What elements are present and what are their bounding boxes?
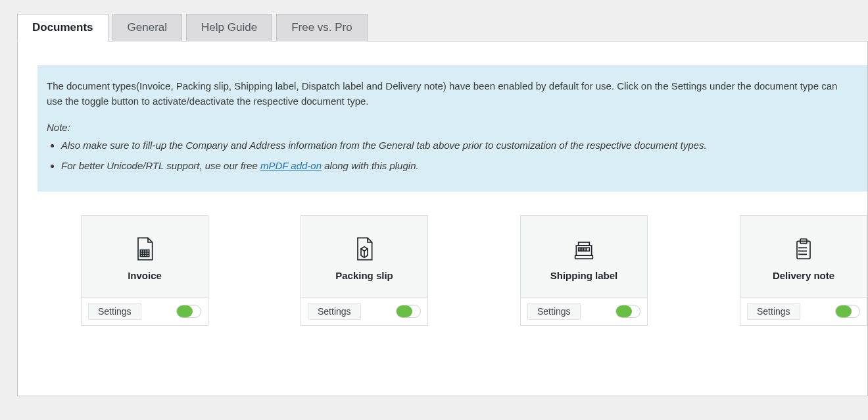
tab-help-guide[interactable]: Help Guide (186, 14, 272, 41)
card-delivery-note-title: Delivery note (773, 270, 834, 281)
info-intro: The document types(Invoice, Packing slip… (47, 78, 853, 109)
toggle-invoice[interactable] (176, 305, 201, 318)
settings-button-shipping-label[interactable]: Settings (527, 303, 581, 320)
note-2-post: along with this plugin. (322, 160, 419, 171)
note-2-pre: For better Unicode/RTL support, use our … (61, 160, 260, 171)
tab-general[interactable]: General (112, 14, 182, 41)
card-invoice-title: Invoice (128, 270, 162, 281)
toggle-packing-slip[interactable] (396, 305, 421, 318)
toggle-shipping-label[interactable] (615, 305, 640, 318)
toggle-delivery-note[interactable] (835, 305, 860, 318)
shipping-label-icon (571, 236, 597, 262)
tab-documents[interactable]: Documents (17, 14, 108, 41)
card-shipping-label-title: Shipping label (550, 270, 618, 281)
card-shipping-label: Shipping label Settings (520, 215, 648, 326)
settings-button-delivery-note[interactable]: Settings (747, 303, 800, 320)
settings-button-invoice[interactable]: Settings (88, 303, 141, 320)
note-label: Note: (47, 120, 853, 135)
invoice-icon (132, 236, 158, 262)
card-packing-slip: Packing slip Settings (301, 215, 428, 326)
svg-rect-2 (579, 242, 590, 246)
document-cards: Invoice Settings (37, 215, 867, 326)
card-delivery-note: Delivery note Settings (740, 215, 867, 326)
delivery-note-icon (790, 236, 817, 262)
note-item-1: Also make sure to fill-up the Company an… (61, 138, 853, 153)
card-invoice: Invoice Settings (81, 215, 208, 326)
tab-free-vs-pro[interactable]: Free vs. Pro (276, 14, 368, 41)
packing-slip-icon (351, 236, 377, 262)
mpdf-addon-link[interactable]: mPDF add-on (260, 160, 322, 171)
settings-button-packing-slip[interactable]: Settings (308, 303, 361, 320)
tab-bar: Documents General Help Guide Free vs. Pr… (17, 13, 868, 41)
info-box: The document types(Invoice, Packing slip… (37, 65, 867, 192)
content-panel: The document types(Invoice, Packing slip… (17, 41, 868, 396)
note-item-2: For better Unicode/RTL support, use our … (61, 158, 853, 173)
card-packing-slip-title: Packing slip (335, 270, 393, 281)
